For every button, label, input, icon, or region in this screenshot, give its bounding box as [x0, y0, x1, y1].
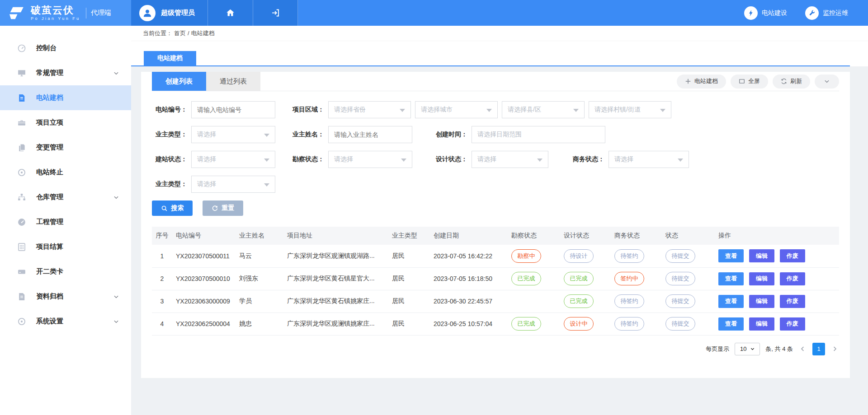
- content-card: 创建列表 通过列表 电站建档 全屏 刷新: [141, 72, 850, 378]
- tab-passed-list[interactable]: 通过列表: [206, 72, 260, 91]
- breadcrumb-home-link[interactable]: 首页: [174, 29, 186, 37]
- button-label: 刷新: [790, 77, 802, 85]
- per-page-select[interactable]: 10: [735, 343, 760, 355]
- col-header-owner: 业主姓名: [236, 227, 283, 245]
- content-area: 当前位置： 首页 / 电站建档 电站建档 创建列表 通过列表 电站建档: [131, 26, 868, 415]
- edit-button[interactable]: 编辑: [749, 295, 774, 308]
- sidebar-item-project-settlement[interactable]: 项目结算: [0, 234, 131, 259]
- design-status-select[interactable]: 请选择: [472, 151, 548, 168]
- view-button[interactable]: 查看: [718, 295, 744, 308]
- sidebar-item-station-archive[interactable]: 电站建档: [0, 85, 131, 110]
- sidebar-item-system-settings[interactable]: 系统设置: [0, 309, 131, 334]
- sidebar-item-change-mgmt[interactable]: 变更管理: [0, 135, 131, 160]
- header-nav: 电站建设 监控运维: [298, 0, 868, 26]
- cell-owner: 刘强东: [236, 267, 283, 290]
- sidebar-item-console[interactable]: 控制台: [0, 36, 131, 61]
- create-time-label: 创建时间：: [432, 131, 467, 139]
- prev-page-button[interactable]: [798, 345, 807, 352]
- sidebar-item-project-setup[interactable]: 项目立项: [0, 110, 131, 135]
- chevron-down-icon: [750, 346, 755, 351]
- col-header-design: 设计状态: [560, 227, 611, 245]
- nav-station-construction[interactable]: 电站建设: [744, 6, 787, 20]
- refresh-button[interactable]: 刷新: [773, 75, 810, 89]
- user-menu[interactable]: 超级管理员: [131, 0, 208, 26]
- pagination: 每页显示 10 条, 共 4 条 1: [152, 343, 839, 355]
- brand: 破茧云伏 Po Jian Yun Fu 代理端: [0, 0, 131, 26]
- edit-button[interactable]: 编辑: [749, 317, 774, 331]
- edit-button[interactable]: 编辑: [749, 272, 774, 285]
- void-button[interactable]: 作废: [780, 295, 805, 308]
- create-station-button[interactable]: 电站建档: [677, 75, 726, 89]
- app-header: 破茧云伏 Po Jian Yun Fu 代理端 超级管理员: [0, 0, 868, 26]
- search-row: 搜索 重置: [152, 201, 839, 218]
- collapse-toolbar-button[interactable]: [815, 75, 839, 89]
- archive-document-icon: [17, 292, 26, 301]
- design-status-badge: 已完成: [564, 272, 594, 285]
- owner-type-select[interactable]: 请选择: [191, 126, 275, 143]
- col-header-address: 项目地址: [283, 227, 388, 245]
- station-table: 序号 电站编号 业主姓名 项目地址 业主类型 创建日期 勘察状态 设计状态 商务…: [152, 227, 839, 336]
- void-button[interactable]: 作废: [780, 272, 805, 285]
- business-status-select[interactable]: 请选择: [609, 151, 689, 168]
- page-number-button[interactable]: 1: [812, 343, 825, 355]
- portal-label: 代理端: [91, 9, 111, 17]
- exit-icon: [271, 8, 280, 18]
- sidebar-item-label: 常规管理: [36, 69, 63, 77]
- target-icon: [17, 168, 26, 177]
- date-range-input[interactable]: 请选择日期范围: [472, 126, 605, 143]
- col-header-station-no: 电站编号: [172, 227, 236, 245]
- reset-button[interactable]: 重置: [203, 201, 243, 216]
- sidebar: 控制台 常规管理 电站建档 项目立项 变更管理 电站终止 仓库管理: [0, 26, 131, 415]
- brand-name: 破茧云伏: [31, 5, 80, 16]
- city-select[interactable]: 请选择城市: [415, 101, 498, 118]
- tab-create-list[interactable]: 创建列表: [152, 72, 206, 91]
- owner-name-input[interactable]: [328, 126, 412, 143]
- void-button[interactable]: 作废: [780, 249, 805, 262]
- search-icon: [161, 205, 168, 212]
- province-select[interactable]: 请选择省份: [328, 101, 411, 118]
- toolbar-actions: 电站建档 全屏 刷新: [677, 75, 839, 89]
- sidebar-item-open-type2-card[interactable]: 开二类卡: [0, 259, 131, 284]
- col-header-created: 创建日期: [430, 227, 508, 245]
- list-tabs: 创建列表 通过列表: [152, 72, 260, 91]
- filter-row-4: 业主类型： 请选择: [152, 176, 839, 193]
- sidebar-item-engineering-mgmt[interactable]: 工程管理: [0, 210, 131, 234]
- col-header-business: 商务状态: [611, 227, 662, 245]
- copy-files-icon: [17, 143, 26, 152]
- owner-type2-select[interactable]: 请选择: [191, 176, 275, 193]
- card-toolbar: 创建列表 通过列表 电站建档 全屏 刷新: [152, 72, 839, 91]
- view-button[interactable]: 查看: [718, 317, 744, 331]
- search-button[interactable]: 搜索: [152, 201, 193, 216]
- table-row: 1 YX2023070500011 马云 广东深圳龙华区观澜镇观湖路... 居民…: [152, 245, 839, 267]
- town-select[interactable]: 请选择村镇/街道: [589, 101, 671, 118]
- edit-button[interactable]: 编辑: [749, 249, 774, 262]
- sidebar-item-warehouse-mgmt[interactable]: 仓库管理: [0, 185, 131, 210]
- gauge-icon: [17, 44, 26, 53]
- county-select[interactable]: 请选择县/区: [502, 101, 585, 118]
- plus-icon: [685, 78, 691, 84]
- logout-button[interactable]: [253, 0, 298, 26]
- void-button[interactable]: 作废: [780, 317, 805, 331]
- view-button[interactable]: 查看: [718, 272, 744, 285]
- monitor-icon: [17, 69, 26, 78]
- sidebar-item-data-archive[interactable]: 资料归档: [0, 284, 131, 309]
- business-status-badge: 待签约: [614, 294, 644, 308]
- sidebar-item-label: 项目立项: [36, 118, 63, 127]
- button-label: 搜索: [171, 204, 184, 212]
- home-button[interactable]: [208, 0, 253, 26]
- sidebar-item-general-mgmt[interactable]: 常规管理: [0, 61, 131, 85]
- per-page-value: 10: [740, 345, 746, 352]
- station-no-input[interactable]: [191, 101, 275, 118]
- survey-status-select[interactable]: 请选择: [328, 151, 412, 168]
- nav-monitoring-ops[interactable]: 监控运维: [805, 6, 848, 20]
- nav-label: 监控运维: [823, 9, 848, 17]
- build-status-select[interactable]: 请选择: [191, 151, 275, 168]
- sidebar-item-station-termination[interactable]: 电站终止: [0, 160, 131, 185]
- sidebar-item-label: 仓库管理: [36, 193, 63, 201]
- fullscreen-button[interactable]: 全屏: [731, 75, 768, 89]
- header-user-band: 超级管理员: [131, 0, 298, 26]
- page-tab-station-archive[interactable]: 电站建档: [144, 51, 196, 65]
- next-page-button[interactable]: [830, 345, 839, 352]
- view-button[interactable]: 查看: [718, 249, 744, 262]
- page-tab-line: 电站建档: [131, 41, 850, 66]
